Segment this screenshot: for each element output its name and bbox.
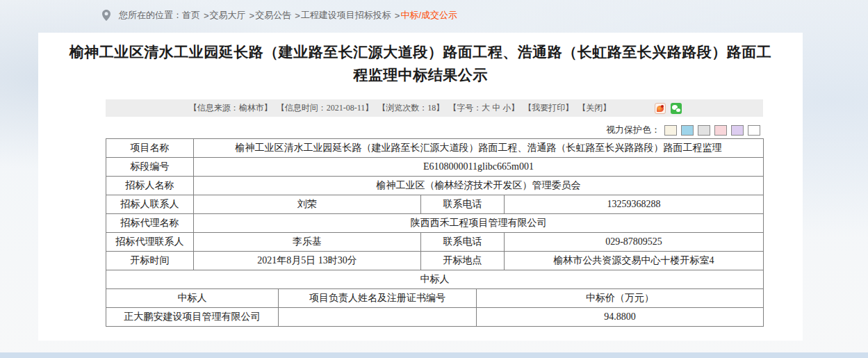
breadcrumb-separator: > bbox=[395, 10, 400, 21]
announcement-tables: 项目名称 榆神工业区清水工业园延长路（建业路至长汇源大道段）路面工程、浩通路（长… bbox=[106, 138, 763, 327]
table-row: 项目名称 榆神工业区清水工业园延长路（建业路至长汇源大道段）路面工程、浩通路（长… bbox=[106, 139, 764, 158]
table-row: 招标人联系人 刘荣 联系电话 13259368288 bbox=[106, 195, 764, 214]
table-row: 正大鹏安建设项目管理有限公司 94.8800 bbox=[106, 308, 764, 327]
cell-label: 开标时间 bbox=[106, 252, 194, 270]
table-row: 招标代理名称 陕西西禾工程项目管理有限公司 bbox=[106, 214, 764, 233]
table-row: 招标人名称 榆神工业区（榆林经济技术开发区）管理委员会 bbox=[106, 177, 764, 195]
cell-value: 刘荣 bbox=[194, 195, 421, 214]
eye-color-swatch[interactable] bbox=[748, 125, 760, 136]
cell-label: 项目名称 bbox=[106, 139, 194, 158]
info-bar: 【信息来源：榆林市】 【信息时间：2021-08-11】 【浏览次数：18】 【… bbox=[106, 99, 763, 117]
page-title: 榆神工业区清水工业园延长路（建业路至长汇源大道段）路面工程、浩通路（长虹路至长兴… bbox=[67, 40, 773, 86]
cell-value: 李乐基 bbox=[194, 233, 421, 252]
breadcrumb-separator: > bbox=[204, 10, 209, 21]
content-card: 榆神工业区清水工业园延长路（建业路至长汇源大道段）路面工程、浩通路（长虹路至长兴… bbox=[38, 33, 803, 341]
breadcrumb-item-construction-bidding[interactable]: 工程建设项目招标投标 bbox=[301, 9, 391, 22]
print-button[interactable]: 【我要打印】 bbox=[523, 102, 573, 114]
eye-color-swatch[interactable] bbox=[698, 125, 710, 136]
cell-value: 榆神工业区（榆林经济技术开发区）管理委员会 bbox=[194, 177, 764, 195]
breadcrumb-separator: > bbox=[249, 10, 255, 21]
cell-value: E6108000011glibc665m001 bbox=[194, 158, 764, 177]
info-time: 【信息时间：2021-08-11】 bbox=[277, 102, 374, 114]
breadcrumb-item-trade-notice[interactable]: 交易公告 bbox=[255, 9, 291, 22]
info-views: 【浏览次数：18】 bbox=[377, 102, 444, 114]
winner-header-manager: 项目负责人姓名及注册证书编号 bbox=[279, 289, 477, 308]
eye-color-swatches bbox=[660, 125, 760, 136]
cell-label: 开标地点 bbox=[421, 252, 505, 270]
cell-label: 联系电话 bbox=[421, 195, 505, 214]
eye-color-swatch[interactable] bbox=[681, 125, 694, 136]
breadcrumb-item-home[interactable]: 首页 bbox=[182, 9, 200, 22]
location-pin-icon bbox=[102, 10, 110, 21]
table-row: 中标人 项目负责人姓名及注册证书编号 中标价（万元） bbox=[106, 289, 764, 308]
eye-protection-row: 视力保护色： bbox=[106, 123, 760, 137]
winner-price: 94.8800 bbox=[477, 308, 764, 327]
eye-color-swatch[interactable] bbox=[664, 125, 677, 136]
winner-manager bbox=[279, 308, 477, 327]
cell-value: 029-87809525 bbox=[505, 233, 764, 252]
cell-value: 榆林市公共资源交易中心十楼开标室4 bbox=[505, 252, 764, 270]
table-row: 招标代理联系人 李乐基 联系电话 029-87809525 bbox=[106, 233, 764, 252]
table-row: 开标时间 2021年8月5日 13时30分 开标地点 榆林市公共资源交易中心十楼… bbox=[106, 252, 764, 270]
cell-label: 招标代理联系人 bbox=[106, 233, 194, 252]
cell-label: 联系电话 bbox=[421, 233, 505, 252]
winner-header-bidder: 中标人 bbox=[106, 289, 279, 308]
winner-name: 正大鹏安建设项目管理有限公司 bbox=[106, 308, 279, 327]
weibo-share-icon[interactable] bbox=[655, 103, 666, 114]
breadcrumb-label: 您所在的位置： bbox=[119, 9, 182, 22]
close-button[interactable]: 【关闭】 bbox=[578, 102, 611, 114]
cell-value: 陕西西禾工程项目管理有限公司 bbox=[194, 214, 764, 233]
eye-color-swatch[interactable] bbox=[731, 125, 744, 136]
font-size-switch[interactable]: 【字号：大 中 小】 bbox=[448, 102, 519, 114]
cell-label: 招标代理名称 bbox=[106, 214, 194, 233]
wechat-share-icon[interactable] bbox=[671, 103, 682, 114]
breadcrumb: 您所在的位置： 首页 > 交易大厅 > 交易公告 > 工程建设项目招标投标 > … bbox=[102, 8, 457, 22]
eye-protection-label: 视力保护色： bbox=[606, 124, 660, 136]
share-icons bbox=[655, 103, 682, 114]
table-row: 中标人 bbox=[106, 270, 764, 289]
cell-label: 标段编号 bbox=[106, 158, 194, 177]
cell-value: 榆神工业区清水工业园延长路（建业路至长汇源大道段）路面工程、浩通路（长虹路至长兴… bbox=[194, 139, 764, 158]
announcement-table: 项目名称 榆神工业区清水工业园延长路（建业路至长汇源大道段）路面工程、浩通路（长… bbox=[106, 138, 764, 289]
winner-table: 中标人 项目负责人姓名及注册证书编号 中标价（万元） 正大鹏安建设项目管理有限公… bbox=[106, 288, 764, 327]
breadcrumb-current: 中标/成交公示 bbox=[400, 9, 457, 22]
cell-value: 2021年8月5日 13时30分 bbox=[194, 252, 421, 270]
winner-header-price: 中标价（万元） bbox=[477, 289, 764, 308]
info-source: 【信息来源：榆林市】 bbox=[189, 102, 272, 114]
page: 您所在的位置： 首页 > 交易大厅 > 交易公告 > 工程建设项目招标投标 > … bbox=[0, 0, 868, 358]
breadcrumb-item-trade-hall[interactable]: 交易大厅 bbox=[210, 9, 246, 22]
cell-value: 13259368288 bbox=[505, 195, 764, 214]
eye-color-swatch[interactable] bbox=[714, 125, 727, 136]
cell-label: 招标人名称 bbox=[106, 177, 194, 195]
section-header-winner: 中标人 bbox=[106, 270, 764, 289]
bottom-band bbox=[0, 352, 868, 358]
cell-label: 招标人联系人 bbox=[106, 195, 194, 214]
breadcrumb-separator: > bbox=[295, 10, 300, 21]
table-row: 标段编号 E6108000011glibc665m001 bbox=[106, 158, 764, 177]
